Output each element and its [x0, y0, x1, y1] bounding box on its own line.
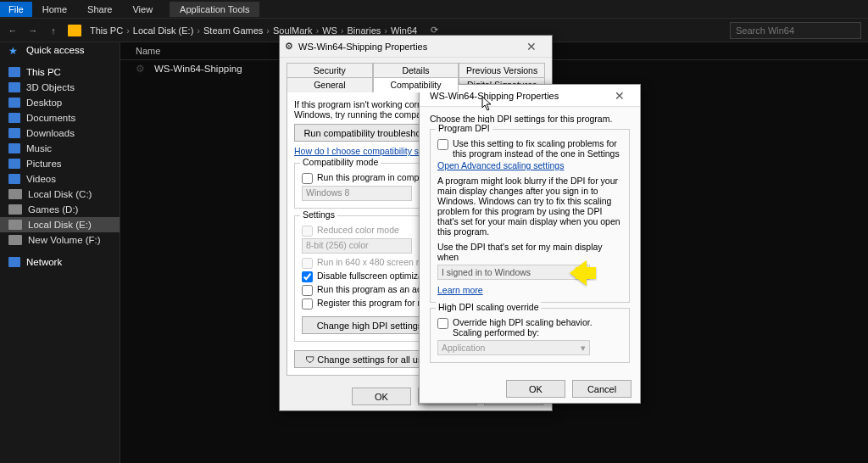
bc-5[interactable]: Binaries [348, 25, 381, 36]
file-name: WS-Win64-Shipping [154, 64, 242, 74]
bc-3[interactable]: SoulMark [273, 25, 312, 36]
bc-1[interactable]: Local Disk (E:) [133, 25, 194, 36]
bc-6[interactable]: Win64 [391, 25, 417, 36]
override-checkbox[interactable]: Override high DPI scaling behavior. Scal… [437, 317, 622, 337]
sidebar-item-music[interactable]: Music [0, 141, 120, 156]
search-input[interactable] [730, 22, 861, 39]
breadcrumb[interactable]: This PC› Local Disk (E:)› Steam Games› S… [90, 25, 417, 36]
sidebar-item-3dobjects[interactable]: 3D Objects [0, 80, 120, 95]
ok-button[interactable]: OK [352, 388, 411, 405]
sidebar-network[interactable]: Network [0, 254, 120, 270]
sidebar-item-pictures[interactable]: Pictures [0, 156, 120, 171]
open-advanced-link[interactable]: Open Advanced scaling settings [437, 160, 622, 170]
sidebar-item-desktop[interactable]: Desktop [0, 95, 120, 110]
ribbon-tab-share[interactable]: Share [77, 2, 122, 17]
sidebar-item-d[interactable]: Games (D:) [0, 202, 120, 217]
exe-icon: ⚙ [136, 63, 147, 75]
sidebar-item-documents[interactable]: Documents [0, 110, 120, 126]
cancel-button[interactable]: Cancel [572, 380, 632, 398]
tab-compatibility[interactable]: Compatibility [373, 77, 459, 92]
dpi-blurry-text: A program might look blurry if the DPI f… [437, 176, 622, 237]
settings-legend: Settings [300, 209, 337, 220]
nav-forward-icon[interactable]: → [27, 25, 39, 36]
file-menu[interactable]: File [0, 2, 32, 17]
program-dpi-legend: Program DPI [436, 123, 492, 133]
sidebar-this-pc[interactable]: This PC [0, 64, 120, 80]
ribbon-tab-apptools[interactable]: Application Tools [170, 2, 259, 17]
learn-more-link[interactable]: Learn more [437, 285, 622, 295]
bc-4[interactable]: WS [322, 25, 337, 36]
use-setting-checkbox[interactable]: Use this setting to fix scaling problems… [437, 138, 622, 159]
sidebar-item-f[interactable]: New Volume (F:) [0, 232, 120, 248]
program-dpi-group: Program DPI Use this setting to fix scal… [430, 129, 630, 303]
scaling-by-select[interactable]: Application▾ [437, 340, 590, 355]
ribbon-tab-home[interactable]: Home [32, 2, 77, 17]
dialog-title: WS-Win64-Shipping Properties [298, 42, 516, 52]
bc-0[interactable]: This PC [90, 25, 123, 36]
shield-icon: 🛡 [305, 354, 314, 365]
tab-prev-versions[interactable]: Previous Versions [459, 63, 545, 77]
sidebar-item-videos[interactable]: Videos [0, 171, 120, 187]
sidebar-item-e[interactable]: Local Disk (E:) [0, 217, 120, 232]
dpi-override-legend: High DPI scaling override [436, 302, 541, 312]
tab-security[interactable]: Security [287, 63, 373, 77]
change-dpi-button[interactable]: Change high DPI settings [302, 316, 437, 334]
tab-general[interactable]: General [287, 77, 373, 92]
nav-up-icon[interactable]: ↑ [47, 25, 59, 36]
sidebar-quick-access[interactable]: ★Quick access [0, 42, 120, 58]
bc-2[interactable]: Steam Games [203, 25, 263, 36]
sidebar-item-downloads[interactable]: Downloads [0, 126, 120, 141]
folder-icon [68, 25, 81, 36]
chevron-down-icon: ▾ [581, 343, 586, 353]
color-select: 8-bit (256) color [302, 238, 412, 254]
cursor-icon [481, 96, 493, 111]
close-icon[interactable]: ✕ [516, 40, 547, 53]
ribbon: File Home Share View Application Tools [0, 0, 868, 19]
nav-back-icon[interactable]: ← [7, 25, 19, 36]
dpi-override-group: High DPI scaling override Override high … [430, 308, 630, 363]
dpi-dialog: WS-Win64-Shipping Properties ✕ Choose th… [419, 84, 641, 404]
compat-mode-select[interactable]: Windows 8 [302, 186, 412, 201]
dialog-titlebar[interactable]: ⚙ WS-Win64-Shipping Properties ✕ [280, 36, 552, 58]
sidebar-item-c[interactable]: Local Disk (C:) [0, 187, 120, 202]
annotation-arrow [557, 260, 596, 286]
use-dpi-when-text: Use the DPI that's set for my main displ… [437, 242, 622, 262]
compat-mode-legend: Compatibility mode [300, 157, 381, 167]
tab-details[interactable]: Details [373, 63, 459, 77]
tabs-row1: Security Details Previous Versions [287, 63, 545, 77]
dpi-button-row: OK Cancel [420, 375, 640, 403]
app-icon: ⚙ [285, 41, 293, 52]
sidebar: ★Quick access This PC 3D Objects Desktop… [0, 42, 120, 463]
ribbon-tab-view[interactable]: View [122, 2, 163, 17]
close-icon[interactable]: ✕ [604, 89, 635, 103]
ok-button[interactable]: OK [506, 380, 565, 398]
